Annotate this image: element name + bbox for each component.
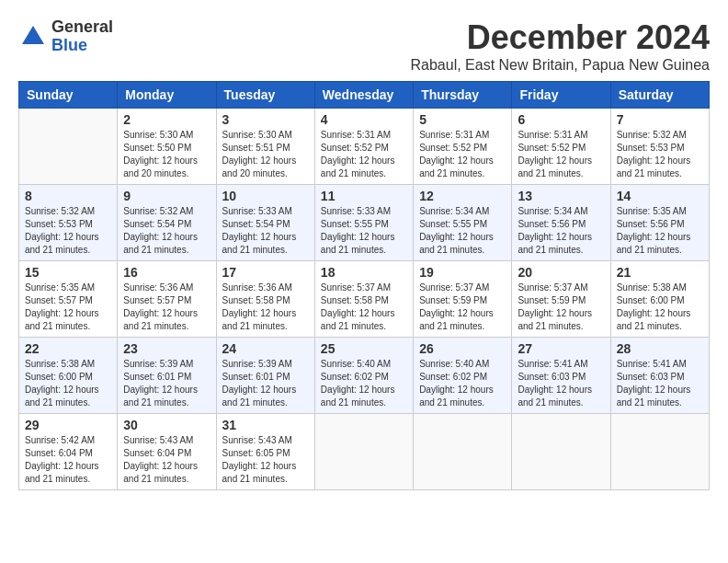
day-header-tuesday: Tuesday [216, 82, 314, 109]
day-info: Sunrise: 5:38 AM Sunset: 6:00 PM Dayligh… [617, 282, 703, 333]
day-info: Sunrise: 5:37 AM Sunset: 5:59 PM Dayligh… [419, 282, 506, 333]
day-info: Sunrise: 5:34 AM Sunset: 5:56 PM Dayligh… [518, 205, 604, 257]
month-title: December 2024 [410, 18, 710, 57]
day-number: 2 [123, 112, 210, 127]
day-info: Sunrise: 5:38 AM Sunset: 6:00 PM Dayligh… [25, 358, 111, 409]
calendar-cell: 20Sunrise: 5:37 AM Sunset: 5:59 PM Dayli… [512, 261, 610, 338]
day-number: 28 [617, 341, 703, 356]
calendar-cell [610, 414, 709, 490]
calendar-cell: 2Sunrise: 5:30 AM Sunset: 5:50 PM Daylig… [118, 109, 216, 185]
logo-general: General [51, 18, 113, 37]
calendar-week-1: 8Sunrise: 5:32 AM Sunset: 5:53 PM Daylig… [19, 185, 710, 261]
day-number: 3 [222, 112, 309, 127]
day-number: 9 [123, 189, 210, 203]
calendar-cell: 8Sunrise: 5:32 AM Sunset: 5:53 PM Daylig… [19, 185, 118, 261]
day-number: 31 [222, 418, 309, 432]
day-number: 18 [321, 265, 407, 280]
calendar-cell: 23Sunrise: 5:39 AM Sunset: 6:01 PM Dayli… [118, 338, 216, 414]
day-number: 14 [617, 189, 703, 203]
calendar-cell: 18Sunrise: 5:37 AM Sunset: 5:58 PM Dayli… [314, 261, 413, 338]
calendar-cell: 4Sunrise: 5:31 AM Sunset: 5:52 PM Daylig… [314, 109, 413, 185]
calendar-week-0: 2Sunrise: 5:30 AM Sunset: 5:50 PM Daylig… [19, 109, 710, 185]
calendar-cell: 7Sunrise: 5:32 AM Sunset: 5:53 PM Daylig… [610, 109, 709, 185]
day-header-friday: Friday [512, 82, 610, 109]
day-number: 25 [321, 341, 407, 356]
day-number: 10 [222, 189, 309, 203]
day-number: 16 [123, 265, 210, 280]
day-number: 27 [518, 341, 604, 356]
calendar-cell: 9Sunrise: 5:32 AM Sunset: 5:54 PM Daylig… [118, 185, 216, 261]
logo-icon [18, 22, 48, 52]
day-number: 26 [419, 341, 506, 356]
day-info: Sunrise: 5:31 AM Sunset: 5:52 PM Dayligh… [518, 129, 604, 180]
calendar-cell: 3Sunrise: 5:30 AM Sunset: 5:51 PM Daylig… [216, 109, 314, 185]
day-number: 11 [321, 189, 407, 203]
day-number: 20 [518, 265, 604, 280]
calendar-cell: 24Sunrise: 5:39 AM Sunset: 6:01 PM Dayli… [216, 338, 314, 414]
calendar-cell [414, 414, 512, 490]
day-header-thursday: Thursday [414, 82, 512, 109]
day-info: Sunrise: 5:39 AM Sunset: 6:01 PM Dayligh… [222, 358, 309, 409]
day-number: 4 [321, 112, 407, 127]
calendar-cell: 29Sunrise: 5:42 AM Sunset: 6:04 PM Dayli… [19, 414, 118, 490]
day-info: Sunrise: 5:39 AM Sunset: 6:01 PM Dayligh… [123, 358, 210, 409]
day-number: 22 [25, 341, 111, 356]
day-number: 23 [123, 341, 210, 356]
calendar-cell: 21Sunrise: 5:38 AM Sunset: 6:00 PM Dayli… [610, 261, 709, 338]
calendar-cell: 19Sunrise: 5:37 AM Sunset: 5:59 PM Dayli… [414, 261, 512, 338]
day-number: 21 [617, 265, 703, 280]
svg-marker-0 [22, 26, 44, 44]
calendar-cell: 16Sunrise: 5:36 AM Sunset: 5:57 PM Dayli… [118, 261, 216, 338]
day-info: Sunrise: 5:34 AM Sunset: 5:55 PM Dayligh… [419, 205, 506, 257]
day-header-wednesday: Wednesday [314, 82, 413, 109]
calendar-cell [19, 109, 118, 185]
calendar-cell [512, 414, 610, 490]
day-info: Sunrise: 5:32 AM Sunset: 5:53 PM Dayligh… [25, 205, 111, 257]
day-info: Sunrise: 5:32 AM Sunset: 5:54 PM Dayligh… [123, 205, 210, 257]
day-number: 17 [222, 265, 309, 280]
day-header-sunday: Sunday [19, 82, 118, 109]
day-info: Sunrise: 5:42 AM Sunset: 6:04 PM Dayligh… [25, 434, 111, 486]
day-number: 24 [222, 341, 309, 356]
calendar-cell: 28Sunrise: 5:41 AM Sunset: 6:03 PM Dayli… [610, 338, 709, 414]
calendar-cell: 15Sunrise: 5:35 AM Sunset: 5:57 PM Dayli… [19, 261, 118, 338]
calendar-week-3: 22Sunrise: 5:38 AM Sunset: 6:00 PM Dayli… [19, 338, 710, 414]
calendar-cell: 26Sunrise: 5:40 AM Sunset: 6:02 PM Dayli… [414, 338, 512, 414]
day-number: 5 [419, 112, 506, 127]
calendar-cell [314, 414, 413, 490]
calendar-cell: 5Sunrise: 5:31 AM Sunset: 5:52 PM Daylig… [414, 109, 512, 185]
logo: General Blue [18, 18, 113, 55]
day-info: Sunrise: 5:40 AM Sunset: 6:02 PM Dayligh… [419, 358, 506, 409]
day-number: 13 [518, 189, 604, 203]
day-number: 8 [25, 189, 111, 203]
day-number: 30 [123, 418, 210, 432]
calendar-cell: 6Sunrise: 5:31 AM Sunset: 5:52 PM Daylig… [512, 109, 610, 185]
day-info: Sunrise: 5:35 AM Sunset: 5:56 PM Dayligh… [617, 205, 703, 257]
day-number: 12 [419, 189, 506, 203]
day-info: Sunrise: 5:31 AM Sunset: 5:52 PM Dayligh… [321, 129, 407, 180]
calendar-week-2: 15Sunrise: 5:35 AM Sunset: 5:57 PM Dayli… [19, 261, 710, 338]
day-info: Sunrise: 5:35 AM Sunset: 5:57 PM Dayligh… [25, 282, 111, 333]
day-number: 19 [419, 265, 506, 280]
calendar-cell: 25Sunrise: 5:40 AM Sunset: 6:02 PM Dayli… [314, 338, 413, 414]
day-info: Sunrise: 5:37 AM Sunset: 5:59 PM Dayligh… [518, 282, 604, 333]
day-header-monday: Monday [118, 82, 216, 109]
day-info: Sunrise: 5:36 AM Sunset: 5:58 PM Dayligh… [222, 282, 309, 333]
day-info: Sunrise: 5:43 AM Sunset: 6:04 PM Dayligh… [123, 434, 210, 486]
day-info: Sunrise: 5:40 AM Sunset: 6:02 PM Dayligh… [321, 358, 407, 409]
calendar-week-4: 29Sunrise: 5:42 AM Sunset: 6:04 PM Dayli… [19, 414, 710, 490]
day-info: Sunrise: 5:41 AM Sunset: 6:03 PM Dayligh… [518, 358, 604, 409]
day-header-saturday: Saturday [610, 82, 709, 109]
day-info: Sunrise: 5:41 AM Sunset: 6:03 PM Dayligh… [617, 358, 703, 409]
calendar-cell: 14Sunrise: 5:35 AM Sunset: 5:56 PM Dayli… [610, 185, 709, 261]
page-container: General Blue December 2024 Rabaul, East … [18, 18, 710, 490]
calendar-cell: 17Sunrise: 5:36 AM Sunset: 5:58 PM Dayli… [216, 261, 314, 338]
location-title: Rabaul, East New Britain, Papua New Guin… [410, 57, 710, 74]
logo-text: General Blue [51, 18, 113, 55]
day-number: 7 [617, 112, 703, 127]
calendar-header-row: SundayMondayTuesdayWednesdayThursdayFrid… [19, 82, 710, 109]
calendar-cell: 30Sunrise: 5:43 AM Sunset: 6:04 PM Dayli… [118, 414, 216, 490]
day-info: Sunrise: 5:30 AM Sunset: 5:50 PM Dayligh… [123, 129, 210, 180]
header: General Blue December 2024 Rabaul, East … [18, 18, 710, 74]
calendar-table: SundayMondayTuesdayWednesdayThursdayFrid… [18, 81, 710, 490]
